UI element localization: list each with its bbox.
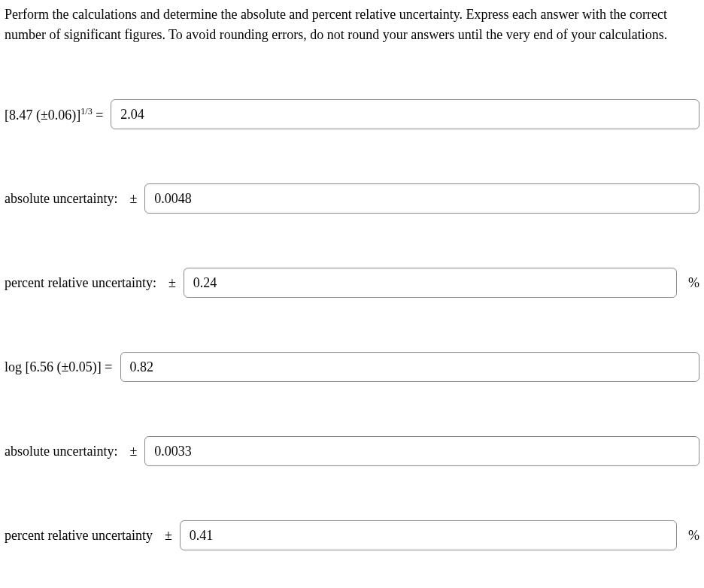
plus-minus-icon: ± [129,444,137,459]
q1-absolute-label: absolute uncertainty: [5,191,117,207]
q2-percent-row: percent relative uncertainty ± % [5,520,699,550]
q2-absolute-input[interactable] [144,436,699,466]
percent-unit: % [687,528,699,544]
q1-percent-row: percent relative uncertainty: ± % [5,268,699,298]
q1-absolute-row: absolute uncertainty: ± [5,183,699,214]
q1-expr-exponent: 1/3 [80,106,92,117]
q1-percent-input[interactable] [184,268,677,298]
q2-result-row: log [6.56 (±0.05)] = [5,352,699,382]
instructions-text: Perform the calculations and determine t… [5,5,699,45]
q2-percent-label: percent relative uncertainty [5,528,153,544]
plus-minus-icon: ± [129,191,137,207]
q1-equals: = [93,108,104,123]
q1-percent-label: percent relative uncertainty: [5,275,156,291]
q2-absolute-row: absolute uncertainty: ± [5,436,699,466]
q1-expression: [8.47 (±0.06)]1/3 = [5,106,103,123]
q1-result-row: [8.47 (±0.06)]1/3 = [5,99,699,129]
q2-result-input[interactable] [120,352,699,382]
plus-minus-icon: ± [168,275,176,291]
q2-expression: log [6.56 (±0.05)] = [5,359,113,375]
q1-absolute-input[interactable] [144,183,699,214]
q2-percent-input[interactable] [180,520,677,550]
percent-unit: % [687,275,699,291]
q1-expr-base: [8.47 (±0.06)] [5,108,80,123]
q1-result-input[interactable] [111,99,699,129]
plus-minus-icon: ± [165,528,172,544]
q2-absolute-label: absolute uncertainty: [5,444,117,459]
